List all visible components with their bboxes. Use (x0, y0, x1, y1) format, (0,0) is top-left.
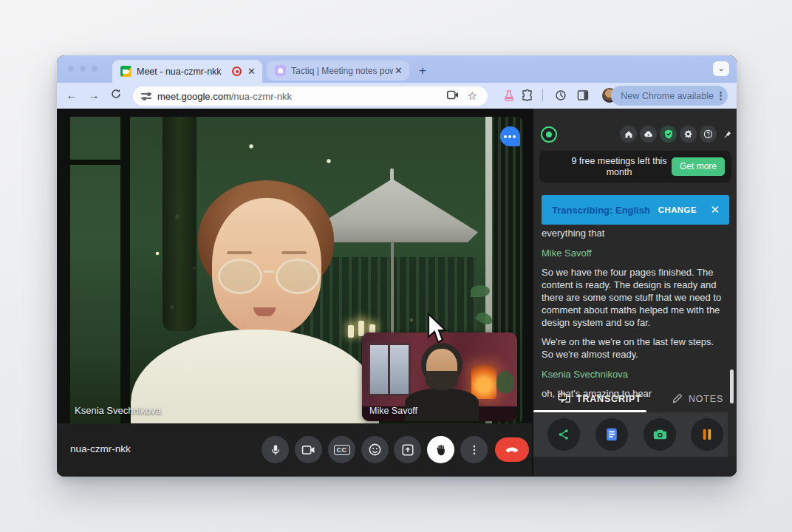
traffic-light-zoom[interactable] (92, 66, 98, 72)
tab-meet[interactable]: Meet - nua-czmr-nkk ✕ (112, 60, 262, 83)
quota-card: 9 free meetings left this month Get more (539, 151, 731, 183)
end-call-button[interactable] (495, 437, 529, 462)
glasses-lens (218, 259, 262, 294)
pin-panel-button[interactable] (718, 126, 735, 143)
share-icon (557, 428, 570, 441)
pause-recording-button[interactable] (691, 418, 723, 451)
traffic-light-close[interactable] (68, 66, 74, 72)
tab-tactiq[interactable]: Tactiq | Meeting notes power ✕ (267, 61, 409, 81)
tactiq-favicon-icon (275, 65, 286, 76)
tab-transcript[interactable]: TRANSCRIPT (558, 393, 642, 404)
privacy-shield-button[interactable] (660, 126, 677, 143)
pip-window (368, 343, 411, 396)
glasses-bridge (264, 270, 274, 273)
pip-name-tag: Mike Savoff (369, 406, 417, 416)
raise-hand-icon (434, 443, 448, 457)
tactiq-panel: 9 free meetings left this month Get more… (533, 109, 737, 477)
reading-mode-panel-icon[interactable] (577, 89, 589, 104)
tab-search-chevron-icon[interactable]: ⌄ (713, 61, 729, 76)
url-bar[interactable]: meet.google.com /nua-czmr-nkk ☆ (133, 86, 488, 106)
present-button[interactable] (394, 436, 421, 463)
main-video-tile: Mike Savoff Ksenia Svechnikova (63, 117, 522, 423)
screenshot-button[interactable] (644, 418, 676, 451)
smiley-icon (368, 443, 382, 457)
home-button[interactable] (620, 126, 637, 143)
transcript-chat-icon (558, 393, 570, 404)
candle (358, 321, 364, 336)
more-options-icon (468, 443, 481, 457)
update-chrome-label: New Chrome available (621, 91, 714, 101)
settings-button[interactable] (680, 126, 697, 143)
scrollbar-thumb[interactable] (730, 369, 734, 403)
share-button[interactable] (547, 418, 580, 451)
tab-recording-indicator-icon (232, 66, 242, 76)
tab-title: Tactiq | Meeting notes power (291, 66, 393, 76)
tab-notes[interactable]: NOTES (672, 393, 723, 404)
transcript-list[interactable]: everything that Mike Savoff So we have t… (542, 227, 728, 406)
camera-icon (301, 444, 315, 456)
captions-button[interactable]: CC (328, 436, 355, 463)
back-icon[interactable]: ← (64, 88, 79, 103)
tab-close-icon[interactable]: ✕ (395, 66, 403, 75)
tab-transcript-label: TRANSCRIPT (576, 394, 642, 404)
update-chrome-button[interactable]: New Chrome available (611, 86, 728, 106)
plant-leaf (471, 285, 490, 297)
mouse-cursor-icon (426, 313, 448, 345)
panel-bottom-spacer (533, 457, 737, 477)
pin-icon (722, 129, 732, 140)
eyebrow (227, 251, 252, 254)
pip-participant-beard (426, 371, 458, 390)
camera-button[interactable] (295, 436, 322, 463)
more-options-button[interactable] (460, 436, 488, 463)
pip-participant-torso (405, 389, 479, 421)
captions-icon: CC (334, 445, 350, 455)
pip-video-tile[interactable]: Mike Savoff (362, 332, 517, 421)
reload-icon[interactable] (109, 88, 123, 103)
end-call-icon (505, 446, 519, 453)
help-button[interactable] (700, 126, 717, 143)
candle (348, 325, 354, 338)
mic-icon (269, 443, 282, 457)
umbrella-pole (391, 241, 394, 337)
reactions-button[interactable] (361, 436, 389, 463)
meet-control-bar: nua-czmr-nkk CC (57, 423, 532, 477)
participant-name-tag: Ksenia Svechnikova (75, 405, 161, 416)
window-frame (63, 160, 130, 165)
transcript-paragraph: We're on the we're on the last few steps… (542, 335, 728, 361)
extensions-puzzle-icon[interactable] (522, 89, 533, 104)
glasses-lens (276, 259, 320, 294)
tab-capture-camera-icon[interactable] (447, 89, 459, 103)
tactiq-logo-icon (541, 126, 557, 143)
bookmark-star-icon[interactable]: ☆ (468, 89, 477, 103)
traffic-light-minimize[interactable] (80, 66, 86, 72)
tactiq-extension-icon[interactable] (503, 89, 515, 104)
change-language-button[interactable]: CHANGE (658, 205, 697, 214)
transcript-speaker: Ksenia Svechnikova (542, 368, 728, 381)
screenshot-stage: Meet - nua-czmr-nkk ✕ Tactiq | Meeting n… (0, 0, 792, 532)
tab-close-icon[interactable]: ✕ (248, 66, 256, 76)
get-more-button[interactable]: Get more (672, 157, 725, 176)
cloud-button[interactable] (640, 126, 657, 143)
url-host: meet.google.com (157, 91, 231, 102)
docs-icon (606, 428, 618, 441)
meeting-code: nua-czmr-nkk (70, 443, 131, 454)
url-path: /nua-czmr-nkk (231, 91, 292, 102)
tab-notes-label: NOTES (689, 394, 723, 404)
more-menu-icon[interactable] (720, 90, 722, 101)
new-tab-icon[interactable]: + (419, 64, 426, 77)
pip-plant (496, 371, 514, 393)
forward-icon[interactable]: → (86, 88, 101, 103)
site-settings-tune-icon[interactable] (141, 91, 151, 101)
quota-text: 9 free meetings left this month (560, 156, 678, 178)
transcript-speaker: Mike Savoff (542, 247, 728, 259)
chat-bubble-icon[interactable] (500, 126, 520, 146)
raise-hand-button[interactable] (427, 436, 454, 463)
side-panel-lens-icon[interactable] (555, 89, 567, 104)
home-icon (624, 130, 633, 139)
tactiq-action-bar (533, 412, 728, 457)
mic-button[interactable] (262, 436, 289, 463)
notes-pencil-icon (672, 393, 683, 404)
toolbar-divider (542, 89, 543, 101)
close-icon[interactable]: ✕ (710, 203, 720, 216)
google-docs-button[interactable] (595, 418, 628, 451)
